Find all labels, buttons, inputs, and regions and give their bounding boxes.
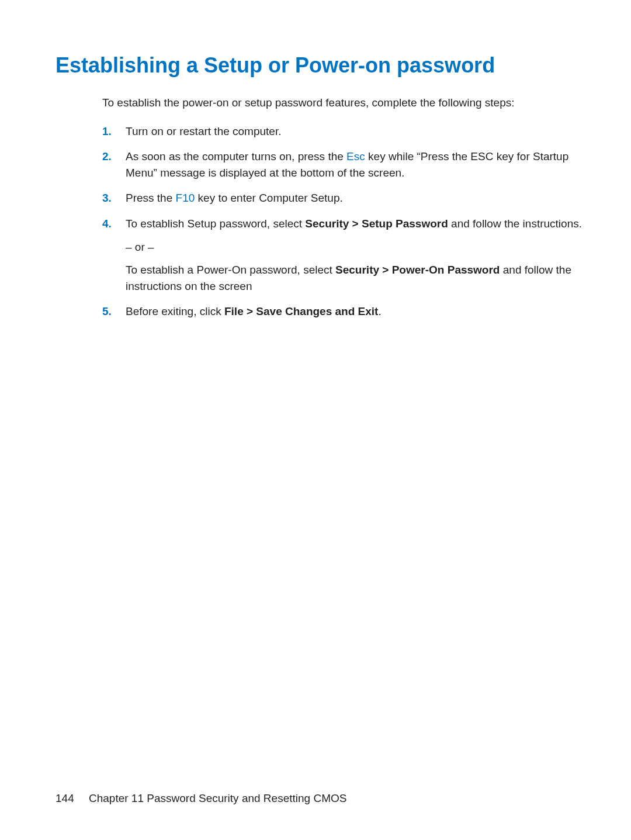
step-3: Press the F10 key to enter Computer Setu… [102,190,584,206]
step-4-bold-1: Security > Setup Password [305,217,448,230]
step-5: Before exiting, click File > Save Change… [102,303,584,320]
page-number: 144 [56,792,74,805]
esc-key: Esc [346,150,365,163]
step-5-text-a: Before exiting, click [126,305,224,317]
step-4-text-d: To establish a Power-On password, select [126,264,335,276]
step-5-bold: File > Save Changes and Exit [224,305,378,317]
chapter-title: Chapter 11 Password Security and Resetti… [89,792,346,804]
f10-key: F10 [176,192,195,204]
step-2-text-a: As soon as the computer turns on, press … [126,150,346,163]
steps-list: Turn on or restart the computer. As soon… [102,123,584,320]
step-4-text-c: and follow the instructions. [448,217,582,230]
step-5-text-c: . [378,305,381,317]
step-4-bold-2: Security > Power-On Password [335,264,500,276]
step-4: To establish Setup password, select Secu… [102,216,584,294]
step-4-alt: To establish a Power-On password, select… [126,262,584,294]
or-separator: – or – [126,239,584,255]
page-footer: 144 Chapter 11 Password Security and Res… [56,792,346,805]
page-heading: Establishing a Setup or Power-on passwor… [56,53,584,78]
step-3-text-b: key to enter Computer Setup. [195,192,342,204]
intro-text: To establish the power-on or setup passw… [102,95,584,110]
step-4-text-a: To establish Setup password, select [126,217,305,230]
step-3-text-a: Press the [126,192,176,204]
step-1: Turn on or restart the computer. [102,123,584,140]
step-2: As soon as the computer turns on, press … [102,148,584,181]
step-1-text: Turn on or restart the computer. [126,125,281,137]
